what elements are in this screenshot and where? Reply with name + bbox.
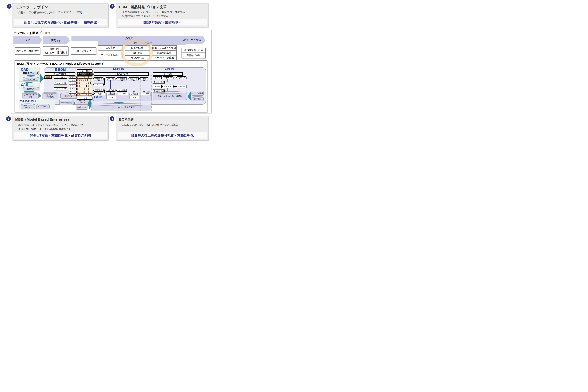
- spec-matrix-cell: [77, 91, 79, 93]
- spec-matrix-cell: [77, 82, 79, 84]
- elbow-line: [167, 88, 168, 91]
- sbom-header: 保守情報: [153, 72, 183, 76]
- spec-matrix-cell: [81, 94, 83, 96]
- bop-machining-equip: 加工設備: [106, 93, 116, 96]
- spec-number-cell: 1: [77, 73, 79, 76]
- task-ebom-gen: E-BOM生成: [125, 45, 150, 50]
- spec-function-header: 仕様・機能: [77, 69, 92, 72]
- spec-matrix-cell: [86, 79, 88, 81]
- panel-bom-innovation: BOM革新 E/M/S-BOMへのシームレスな連携とBOPの導入 設変時の後工程…: [116, 116, 208, 140]
- ebom-sub-node: サブ #2: [69, 79, 76, 82]
- cylinder-work-skill-jig: 作業・スキル・治工具情報: [153, 92, 187, 100]
- ecm-platform: ECMプラットフォーム（3DCAD＋Product Lifecycle Syst…: [15, 60, 207, 112]
- task-cae: CAE実施: [98, 45, 123, 50]
- stage-kikaku: 企画: [14, 36, 42, 44]
- spec-matrix-cell: [77, 76, 79, 78]
- badge-1: 1: [7, 4, 12, 9]
- spec-mark-circle-icon: [77, 85, 79, 87]
- spec-mark-circle-icon: [86, 79, 87, 82]
- spec-mark-circle-icon: [81, 79, 83, 82]
- sbom-maint-rank-node: 保守ランク: [163, 85, 173, 88]
- panel-modular-design: モジュラーデザイン 自社のコア技術を生かしたモジュラーデザインの実現 組合せ仕様…: [12, 4, 108, 27]
- spec-mark-circle-icon: [77, 79, 79, 82]
- mbom-parts-node: 手配部品: [94, 89, 103, 92]
- bop-yard-a: 置場A: [95, 93, 105, 96]
- ecm-overview-diagram: 1 2 3 4 モジュラーデザイン 自社のコア技術を生かしたモジュラーデザインの…: [0, 0, 212, 142]
- cylinder-dev-issue-info: 開発課題対策情報: [42, 93, 59, 99]
- spec-mark-circle-icon: [79, 85, 81, 87]
- spec-matrix-cell: [86, 94, 89, 96]
- ebom-label: E-BOM: [53, 68, 67, 72]
- panel-subtitle: E/M/S-BOMへのシームレスな連携とBOPの導入: [122, 123, 178, 127]
- spec-matrix-cell: [90, 88, 92, 90]
- task-mfg-doc-gen: 製造帳票生成: [152, 50, 177, 55]
- panel-title: MBE（Model Based Enterprise）: [15, 117, 71, 122]
- spec-matrix-cell: [89, 88, 90, 90]
- tree-line: [53, 89, 54, 89]
- spec-mark-circle-icon: [79, 79, 81, 82]
- spec-matrix-cell: [83, 79, 86, 81]
- panel-subtitle-line1: 3Dモデルによるデジタルシミュレーション（CAE）や: [18, 123, 83, 127]
- sbom-maint-rank-node: 保守ランク: [163, 76, 173, 79]
- mbom-parts-node: 手配部品: [94, 83, 103, 86]
- spec-mark-circle-icon: [83, 90, 85, 93]
- spec-matrix-cell: [91, 79, 92, 81]
- sbom-removable-node: 取り外し部品: [153, 90, 165, 92]
- spec-matrix-cell: [89, 82, 91, 84]
- spec-matrix-cell: [85, 82, 86, 84]
- panel-title: ECM・製品開発プロセス改革: [119, 5, 167, 10]
- flow-line: [162, 78, 163, 78]
- spec-matrix-cell: [81, 88, 83, 90]
- spec-matrix-cell: [83, 91, 85, 93]
- ebom-sub-node: サブ #5: [69, 94, 76, 96]
- task-product-planning: 商品企画・戦略検討: [15, 48, 40, 54]
- arrow-cad-to-ebom-icon: [40, 74, 44, 83]
- tree-line: [68, 80, 69, 80]
- tree-line: [68, 77, 69, 78]
- tree-line: [68, 94, 69, 95]
- spec-matrix-cell: [89, 76, 90, 78]
- mbom-parts-node: 手配部品: [94, 78, 103, 80]
- spec-number-cell: 3: [81, 73, 83, 76]
- arrow-right-icon: [39, 94, 42, 98]
- spec-matrix-cell: [90, 94, 92, 96]
- ebom-sub-node: サブ #1: [69, 76, 76, 78]
- bop-store-a: ストアA: [118, 93, 128, 96]
- bop-assembly-equip: 組立設備: [130, 93, 139, 96]
- tree-line: [68, 77, 68, 80]
- flow-line: [103, 79, 104, 79]
- cae-label: CAE: [21, 83, 28, 86]
- spec-mark-circle-icon: [90, 94, 92, 96]
- ebom-sub-node: サブ #4: [69, 85, 76, 87]
- spec-mark-circle-icon: [79, 94, 81, 96]
- spec-matrix-cell: [83, 82, 85, 84]
- spec-matrix-cell: [90, 85, 92, 87]
- spec-matrix-cell: [90, 76, 92, 78]
- cylinder-machine-test-info: 実機実験・検査情報: [22, 93, 39, 99]
- cylinder-4m-change-info: 4M変更情報: [76, 105, 88, 110]
- tree-line: [53, 77, 54, 78]
- spec-mark-circle-icon: [79, 82, 81, 84]
- badge-3: 3: [6, 116, 11, 121]
- spec-matrix-row: [77, 85, 92, 87]
- mbom-machine-node: 機種: [140, 78, 148, 80]
- spec-mark-circle-icon: [88, 85, 90, 87]
- cylinder-prod-plan: 生産計画/実績: [59, 100, 73, 105]
- task-sbom-master-gen: S-BOMマスタ生成: [152, 55, 177, 60]
- spec-matrix-cell: [79, 94, 81, 96]
- sbom-simul-replace-node: 同時交換: [177, 76, 186, 79]
- arrow-head-icon: [176, 77, 177, 78]
- task-prototype-eval: 試作機製造・評価: [181, 48, 206, 53]
- spec-matrix-cell: [85, 88, 87, 90]
- spec-matrix-cell: [79, 88, 81, 90]
- spec-matrix-cell: [87, 85, 88, 87]
- mbom-machining-node: 加工工程: [106, 78, 115, 80]
- tree-line: [68, 89, 69, 89]
- sbom-label: S-BOM: [162, 67, 176, 71]
- panel-mbe: MBE（Model Based Enterprise） 3Dモデルによるデジタル…: [12, 116, 108, 140]
- spec-number-cell: 8: [92, 73, 94, 76]
- spec-matrix-cell: [81, 85, 83, 87]
- spec-matrix-cell: [77, 88, 79, 90]
- spec-mark-circle-icon: [77, 90, 79, 93]
- task-drawing-manual: 図面・マニュアル作成: [152, 45, 177, 50]
